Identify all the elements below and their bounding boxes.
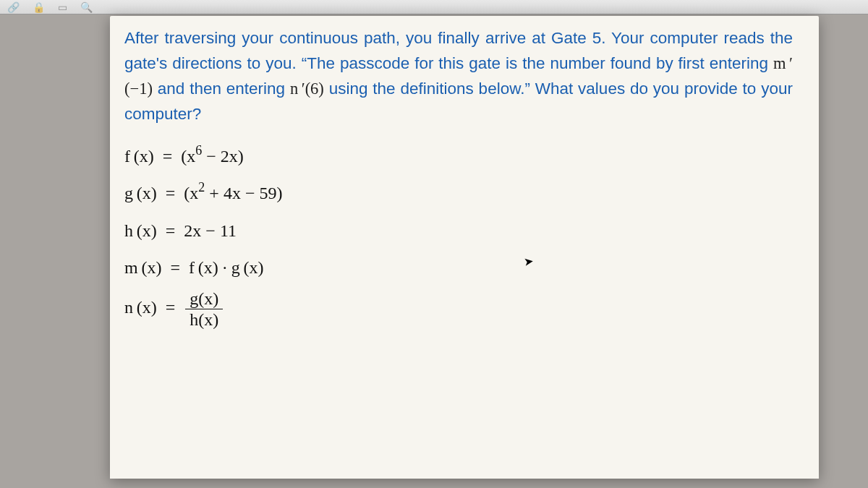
formula-h: h (x) = 2x − 11 [124,215,793,248]
document-page: After traversing your continuous path, y… [110,16,819,479]
f-exponent: 6 [195,143,202,158]
browser-toolbar: 🔗 🔒 ▭ 🔍 [0,0,868,14]
link-icon[interactable]: 🔗 [7,1,20,13]
f-rhs-b: − 2x) [202,147,244,166]
n-lhs: n (x) [124,298,157,317]
g-lhs: g (x) [124,184,157,202]
cursor-icon: ➤ [523,254,535,269]
formula-block: f (x) = (x6 − 2x) g (x) = (x2 + 4x − 59)… [124,140,793,330]
f-lhs: f (x) [124,147,154,166]
formula-m: m (x) = f (x) · g (x) [124,252,793,285]
g-rhs-a: (x [184,184,198,202]
f-rhs-a: (x [181,147,195,166]
formula-n: n (x) = g(x) h(x) [124,289,793,330]
n-denominator: h(x) [185,309,223,329]
n-numerator: g(x) [185,289,223,309]
tabs-icon[interactable]: ▭ [58,1,67,13]
m-lhs: m (x) [124,258,161,277]
formula-g: g (x) = (x2 + 4x − 59) [124,177,793,210]
equals-sign: = [161,221,180,240]
lock-icon[interactable]: 🔒 [33,1,45,13]
h-rhs: 2x − 11 [184,221,237,240]
n-fraction: g(x) h(x) [184,289,224,330]
equals-sign: = [158,147,177,166]
m-rhs: f (x) · g (x) [189,258,264,277]
equals-sign: = [161,184,180,202]
g-rhs-b: + 4x − 59) [205,184,282,202]
h-lhs: h (x) [124,221,157,240]
problem-text: After traversing your continuous path, y… [124,26,793,127]
formula-f: f (x) = (x6 − 2x) [124,140,793,174]
problem-part-1b: and then entering [158,80,290,98]
g-exponent: 2 [198,180,205,194]
equals-sign: = [161,298,180,317]
search-icon[interactable]: 🔍 [80,1,93,13]
problem-part-1a: After traversing your continuous path, y… [124,29,793,72]
equals-sign: = [166,258,184,277]
n-prime-expr: n ′(6) [290,80,324,98]
